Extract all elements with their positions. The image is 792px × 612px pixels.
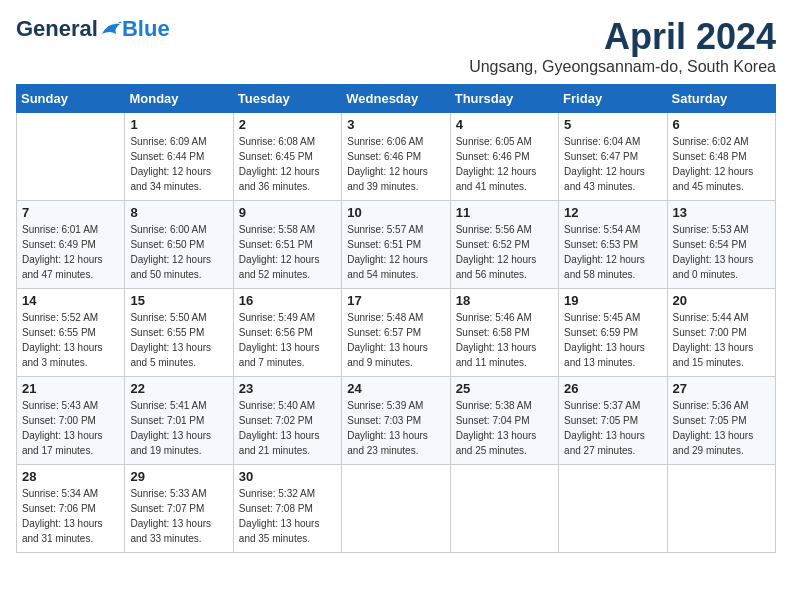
calendar-week-row: 21Sunrise: 5:43 AM Sunset: 7:00 PM Dayli… xyxy=(17,377,776,465)
weekday-header-row: SundayMondayTuesdayWednesdayThursdayFrid… xyxy=(17,85,776,113)
day-info: Sunrise: 5:44 AM Sunset: 7:00 PM Dayligh… xyxy=(673,310,770,370)
day-number: 8 xyxy=(130,205,227,220)
calendar-day-8: 8Sunrise: 6:00 AM Sunset: 6:50 PM Daylig… xyxy=(125,201,233,289)
day-info: Sunrise: 5:53 AM Sunset: 6:54 PM Dayligh… xyxy=(673,222,770,282)
day-info: Sunrise: 6:01 AM Sunset: 6:49 PM Dayligh… xyxy=(22,222,119,282)
calendar-empty-cell xyxy=(667,465,775,553)
day-info: Sunrise: 5:50 AM Sunset: 6:55 PM Dayligh… xyxy=(130,310,227,370)
day-info: Sunrise: 5:56 AM Sunset: 6:52 PM Dayligh… xyxy=(456,222,553,282)
day-number: 7 xyxy=(22,205,119,220)
calendar-day-18: 18Sunrise: 5:46 AM Sunset: 6:58 PM Dayli… xyxy=(450,289,558,377)
weekday-header-monday: Monday xyxy=(125,85,233,113)
calendar-day-12: 12Sunrise: 5:54 AM Sunset: 6:53 PM Dayli… xyxy=(559,201,667,289)
day-number: 20 xyxy=(673,293,770,308)
logo-blue: Blue xyxy=(122,16,170,42)
day-number: 6 xyxy=(673,117,770,132)
day-info: Sunrise: 5:34 AM Sunset: 7:06 PM Dayligh… xyxy=(22,486,119,546)
day-number: 9 xyxy=(239,205,336,220)
day-number: 14 xyxy=(22,293,119,308)
title-month: April 2024 xyxy=(469,16,776,58)
calendar-day-17: 17Sunrise: 5:48 AM Sunset: 6:57 PM Dayli… xyxy=(342,289,450,377)
calendar-empty-cell xyxy=(342,465,450,553)
calendar-day-1: 1Sunrise: 6:09 AM Sunset: 6:44 PM Daylig… xyxy=(125,113,233,201)
day-number: 29 xyxy=(130,469,227,484)
weekday-header-wednesday: Wednesday xyxy=(342,85,450,113)
day-number: 28 xyxy=(22,469,119,484)
calendar-week-row: 7Sunrise: 6:01 AM Sunset: 6:49 PM Daylig… xyxy=(17,201,776,289)
calendar-day-22: 22Sunrise: 5:41 AM Sunset: 7:01 PM Dayli… xyxy=(125,377,233,465)
day-info: Sunrise: 5:39 AM Sunset: 7:03 PM Dayligh… xyxy=(347,398,444,458)
calendar-week-row: 28Sunrise: 5:34 AM Sunset: 7:06 PM Dayli… xyxy=(17,465,776,553)
calendar-day-25: 25Sunrise: 5:38 AM Sunset: 7:04 PM Dayli… xyxy=(450,377,558,465)
day-info: Sunrise: 5:36 AM Sunset: 7:05 PM Dayligh… xyxy=(673,398,770,458)
day-info: Sunrise: 5:49 AM Sunset: 6:56 PM Dayligh… xyxy=(239,310,336,370)
weekday-header-saturday: Saturday xyxy=(667,85,775,113)
calendar-day-30: 30Sunrise: 5:32 AM Sunset: 7:08 PM Dayli… xyxy=(233,465,341,553)
day-number: 5 xyxy=(564,117,661,132)
day-info: Sunrise: 6:08 AM Sunset: 6:45 PM Dayligh… xyxy=(239,134,336,194)
logo-general: General xyxy=(16,16,98,42)
day-number: 22 xyxy=(130,381,227,396)
day-info: Sunrise: 5:48 AM Sunset: 6:57 PM Dayligh… xyxy=(347,310,444,370)
calendar-day-9: 9Sunrise: 5:58 AM Sunset: 6:51 PM Daylig… xyxy=(233,201,341,289)
day-info: Sunrise: 6:06 AM Sunset: 6:46 PM Dayligh… xyxy=(347,134,444,194)
calendar-empty-cell xyxy=(450,465,558,553)
calendar-day-11: 11Sunrise: 5:56 AM Sunset: 6:52 PM Dayli… xyxy=(450,201,558,289)
calendar-empty-cell xyxy=(559,465,667,553)
day-number: 15 xyxy=(130,293,227,308)
day-info: Sunrise: 5:40 AM Sunset: 7:02 PM Dayligh… xyxy=(239,398,336,458)
title-block: April 2024 Ungsang, Gyeongsannam-do, Sou… xyxy=(469,16,776,76)
day-info: Sunrise: 6:00 AM Sunset: 6:50 PM Dayligh… xyxy=(130,222,227,282)
day-number: 11 xyxy=(456,205,553,220)
day-number: 24 xyxy=(347,381,444,396)
day-number: 2 xyxy=(239,117,336,132)
calendar-day-2: 2Sunrise: 6:08 AM Sunset: 6:45 PM Daylig… xyxy=(233,113,341,201)
calendar-day-23: 23Sunrise: 5:40 AM Sunset: 7:02 PM Dayli… xyxy=(233,377,341,465)
calendar-empty-cell xyxy=(17,113,125,201)
calendar-day-6: 6Sunrise: 6:02 AM Sunset: 6:48 PM Daylig… xyxy=(667,113,775,201)
calendar-day-28: 28Sunrise: 5:34 AM Sunset: 7:06 PM Dayli… xyxy=(17,465,125,553)
day-number: 17 xyxy=(347,293,444,308)
calendar-day-3: 3Sunrise: 6:06 AM Sunset: 6:46 PM Daylig… xyxy=(342,113,450,201)
day-number: 26 xyxy=(564,381,661,396)
calendar-day-15: 15Sunrise: 5:50 AM Sunset: 6:55 PM Dayli… xyxy=(125,289,233,377)
calendar-day-4: 4Sunrise: 6:05 AM Sunset: 6:46 PM Daylig… xyxy=(450,113,558,201)
day-info: Sunrise: 5:46 AM Sunset: 6:58 PM Dayligh… xyxy=(456,310,553,370)
logo-bird-icon xyxy=(100,20,122,38)
calendar-day-13: 13Sunrise: 5:53 AM Sunset: 6:54 PM Dayli… xyxy=(667,201,775,289)
calendar-day-29: 29Sunrise: 5:33 AM Sunset: 7:07 PM Dayli… xyxy=(125,465,233,553)
day-info: Sunrise: 6:04 AM Sunset: 6:47 PM Dayligh… xyxy=(564,134,661,194)
day-info: Sunrise: 5:52 AM Sunset: 6:55 PM Dayligh… xyxy=(22,310,119,370)
day-info: Sunrise: 5:33 AM Sunset: 7:07 PM Dayligh… xyxy=(130,486,227,546)
day-info: Sunrise: 5:32 AM Sunset: 7:08 PM Dayligh… xyxy=(239,486,336,546)
calendar-day-19: 19Sunrise: 5:45 AM Sunset: 6:59 PM Dayli… xyxy=(559,289,667,377)
calendar-day-5: 5Sunrise: 6:04 AM Sunset: 6:47 PM Daylig… xyxy=(559,113,667,201)
calendar-day-21: 21Sunrise: 5:43 AM Sunset: 7:00 PM Dayli… xyxy=(17,377,125,465)
day-info: Sunrise: 5:54 AM Sunset: 6:53 PM Dayligh… xyxy=(564,222,661,282)
day-number: 1 xyxy=(130,117,227,132)
day-info: Sunrise: 5:37 AM Sunset: 7:05 PM Dayligh… xyxy=(564,398,661,458)
weekday-header-sunday: Sunday xyxy=(17,85,125,113)
day-number: 4 xyxy=(456,117,553,132)
day-number: 12 xyxy=(564,205,661,220)
day-number: 27 xyxy=(673,381,770,396)
day-number: 18 xyxy=(456,293,553,308)
calendar-day-26: 26Sunrise: 5:37 AM Sunset: 7:05 PM Dayli… xyxy=(559,377,667,465)
calendar-day-27: 27Sunrise: 5:36 AM Sunset: 7:05 PM Dayli… xyxy=(667,377,775,465)
weekday-header-thursday: Thursday xyxy=(450,85,558,113)
weekday-header-friday: Friday xyxy=(559,85,667,113)
calendar-week-row: 14Sunrise: 5:52 AM Sunset: 6:55 PM Dayli… xyxy=(17,289,776,377)
day-number: 3 xyxy=(347,117,444,132)
calendar-week-row: 1Sunrise: 6:09 AM Sunset: 6:44 PM Daylig… xyxy=(17,113,776,201)
day-info: Sunrise: 6:05 AM Sunset: 6:46 PM Dayligh… xyxy=(456,134,553,194)
day-info: Sunrise: 5:57 AM Sunset: 6:51 PM Dayligh… xyxy=(347,222,444,282)
day-number: 23 xyxy=(239,381,336,396)
day-number: 13 xyxy=(673,205,770,220)
calendar-day-16: 16Sunrise: 5:49 AM Sunset: 6:56 PM Dayli… xyxy=(233,289,341,377)
day-number: 30 xyxy=(239,469,336,484)
day-info: Sunrise: 5:43 AM Sunset: 7:00 PM Dayligh… xyxy=(22,398,119,458)
calendar-day-20: 20Sunrise: 5:44 AM Sunset: 7:00 PM Dayli… xyxy=(667,289,775,377)
calendar-day-14: 14Sunrise: 5:52 AM Sunset: 6:55 PM Dayli… xyxy=(17,289,125,377)
page-header: General Blue April 2024 Ungsang, Gyeongs… xyxy=(16,16,776,76)
day-number: 10 xyxy=(347,205,444,220)
